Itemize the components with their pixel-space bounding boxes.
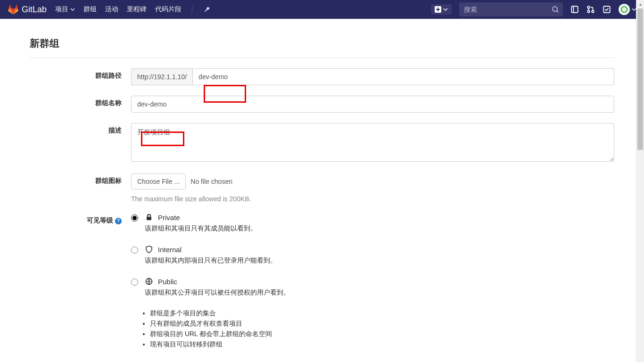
scroll-up-arrow[interactable]: ▴: [636, 0, 644, 8]
internal-desc: 该群组和其内部项目只有已登录用户能看到。: [145, 256, 277, 265]
bullet-item: 只有群组的成员才有权查看项目: [150, 320, 614, 328]
visibility-public: Public 该群组和其公开项目可以被任何授权的用户看到。: [131, 277, 614, 297]
scroll-thumb[interactable]: [637, 8, 643, 150]
bullet-item: 群组是多个项目的集合: [150, 309, 614, 318]
top-navbar: GitLab 项目 群组 活动 里程碑 代码片段: [0, 0, 644, 19]
row-group-icon: 群组图标 Choose File ... No file chosen The …: [30, 163, 614, 203]
plus-icon: [435, 6, 441, 13]
private-desc: 该群组和其项目只有其成员能以看到。: [145, 224, 257, 233]
gitlab-icon: [8, 4, 19, 15]
page-title: 新群组: [30, 28, 614, 58]
label-group-icon: 群组图标: [30, 173, 131, 185]
svg-rect-3: [573, 6, 574, 13]
globe-icon: [145, 277, 153, 286]
nav-separator: [192, 5, 192, 14]
row-description: 描述: [30, 113, 614, 163]
nav-milestones[interactable]: 里程碑: [127, 5, 147, 14]
row-group-name: 群组名称: [30, 85, 614, 113]
nav-right: [431, 2, 636, 16]
svg-rect-8: [147, 217, 151, 220]
svg-point-4: [587, 6, 590, 8]
brand-text: GitLab: [22, 5, 47, 15]
internal-title: Internal: [158, 246, 182, 254]
search-icon[interactable]: [552, 6, 559, 13]
path-prefix: http://192.1.1.10/: [131, 68, 192, 85]
radio-private[interactable]: [131, 214, 138, 222]
path-input-group: http://192.1.1.10/: [131, 68, 614, 85]
search-input[interactable]: [464, 6, 552, 13]
group-path-input[interactable]: [192, 68, 614, 85]
bullet-item: 现有项目可以转移到群组: [150, 340, 614, 349]
nav-projects[interactable]: 项目: [55, 5, 75, 14]
file-status-text: No file chosen: [190, 178, 232, 185]
description-input[interactable]: [131, 123, 614, 162]
nav-snippets[interactable]: 代码片段: [155, 5, 182, 14]
issues-icon[interactable]: [570, 5, 579, 14]
public-title: Public: [158, 278, 177, 286]
todos-icon[interactable]: [603, 5, 611, 14]
wrench-icon[interactable]: [203, 5, 211, 14]
private-title: Private: [158, 214, 180, 222]
public-desc: 该群组和其公开项目可以被任何授权的用户看到。: [145, 288, 290, 297]
page-content: 新群组 群组路径 http://192.1.1.10/ 群组名称 描述 群组图标…: [16, 19, 628, 362]
radio-public[interactable]: [131, 279, 138, 286]
svg-point-5: [587, 10, 590, 13]
help-icon[interactable]: ?: [115, 218, 122, 224]
radio-internal[interactable]: [131, 247, 138, 254]
bullet-item: 群组项目的 URL 都会带上群组的命名空间: [150, 330, 614, 338]
row-visibility: 可见等级? Private 该群组和其项目只有其成员能以看到。 In: [30, 203, 614, 351]
label-group-path: 群组路径: [30, 68, 131, 80]
svg-point-6: [592, 10, 594, 13]
chevron-down-icon: [70, 7, 75, 12]
nav-activity[interactable]: 活动: [105, 5, 118, 14]
visibility-internal: Internal 该群组和其内部项目只有已登录用户能看到。: [131, 245, 614, 265]
chevron-down-icon: [443, 7, 448, 12]
svg-point-1: [553, 7, 557, 11]
shield-icon: [145, 245, 153, 254]
user-menu[interactable]: [619, 4, 636, 15]
label-visibility: 可见等级?: [30, 213, 131, 225]
nav-groups[interactable]: 群组: [83, 5, 97, 14]
lock-icon: [145, 213, 153, 222]
choose-file-button[interactable]: Choose File ...: [131, 173, 186, 189]
nav-menu: 项目 群组 活动 里程碑 代码片段: [55, 5, 211, 14]
avatar: [619, 4, 630, 15]
group-info-list: 群组是多个项目的集合 只有群组的成员才有权查看项目 群组项目的 URL 都会带上…: [131, 309, 614, 349]
label-group-name: 群组名称: [30, 96, 131, 107]
file-hint-text: The maximum file size allowed is 200KB.: [131, 195, 614, 203]
visibility-private: Private 该群组和其项目只有其成员能以看到。: [131, 213, 614, 233]
group-name-input[interactable]: [131, 96, 614, 113]
label-description: 描述: [30, 123, 131, 135]
merge-requests-icon[interactable]: [586, 5, 595, 14]
row-group-path: 群组路径 http://192.1.1.10/: [30, 58, 614, 85]
search-bar: [459, 2, 563, 16]
svg-rect-2: [571, 6, 578, 13]
scrollbar[interactable]: ▴: [636, 0, 644, 362]
plus-dropdown[interactable]: [431, 4, 452, 15]
gitlab-logo[interactable]: GitLab: [8, 4, 47, 15]
